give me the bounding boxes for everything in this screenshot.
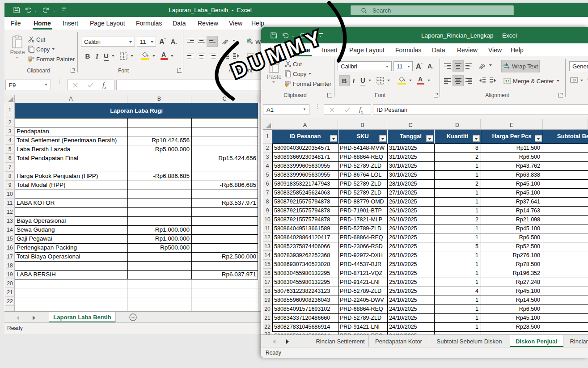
svg-text:DUMMY: DUMMY	[228, 25, 328, 83]
svg-text:ab: ab	[503, 63, 508, 67]
